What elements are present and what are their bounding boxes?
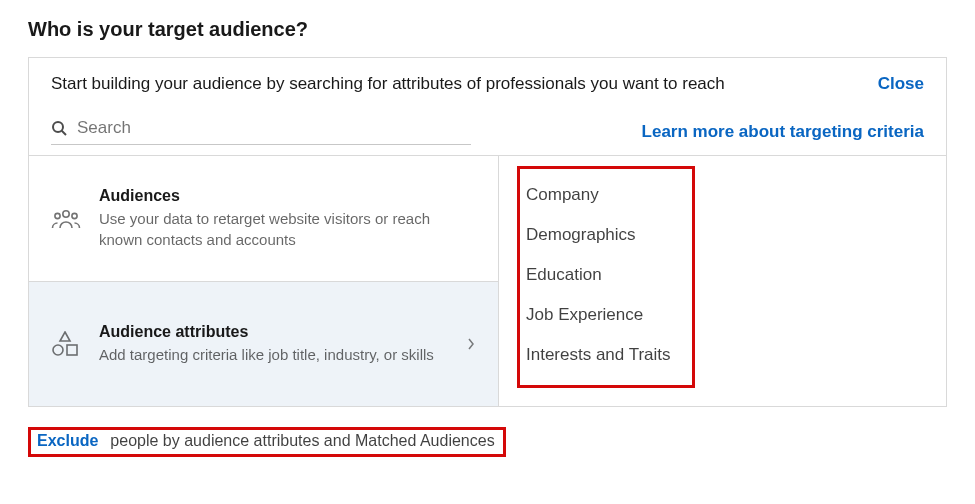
search-icon xyxy=(51,120,67,136)
exclude-highlight-box: Exclude people by audience attributes an… xyxy=(28,427,506,457)
option-attributes-title: Audience attributes xyxy=(99,323,448,341)
chevron-right-icon xyxy=(466,337,476,351)
option-audiences-desc: Use your data to retarget website visito… xyxy=(99,209,476,250)
search-input[interactable] xyxy=(77,118,471,138)
attr-job-experience[interactable]: Job Experience xyxy=(526,295,682,335)
option-attributes[interactable]: Audience attributes Add targeting criter… xyxy=(29,281,499,406)
attr-company[interactable]: Company xyxy=(526,175,682,215)
panel-intro-text: Start building your audience by searchin… xyxy=(51,74,725,94)
panel-body: Audiences Use your data to retarget webs… xyxy=(29,155,946,406)
option-audiences[interactable]: Audiences Use your data to retarget webs… xyxy=(29,156,499,281)
search-row: Learn more about targeting criteria xyxy=(29,110,946,155)
exclude-link[interactable]: Exclude xyxy=(37,432,98,450)
option-attributes-content: Audience attributes Add targeting criter… xyxy=(99,323,448,365)
search-field-wrap xyxy=(51,118,471,145)
targeting-panel: Start building your audience by searchin… xyxy=(28,57,947,407)
people-icon xyxy=(51,208,81,230)
shapes-icon xyxy=(51,331,81,357)
attr-interests-traits[interactable]: Interests and Traits xyxy=(526,335,682,375)
svg-point-5 xyxy=(53,345,63,355)
learn-more-link[interactable]: Learn more about targeting criteria xyxy=(642,122,924,142)
close-button[interactable]: Close xyxy=(878,74,924,94)
svg-point-2 xyxy=(63,210,69,216)
svg-point-0 xyxy=(53,122,63,132)
attr-demographics[interactable]: Demographics xyxy=(526,215,682,255)
attr-education[interactable]: Education xyxy=(526,255,682,295)
panel-header: Start building your audience by searchin… xyxy=(29,58,946,110)
svg-line-1 xyxy=(62,131,66,135)
page-title: Who is your target audience? xyxy=(28,18,947,41)
option-audiences-title: Audiences xyxy=(99,187,476,205)
attributes-column: Company Demographics Education Job Exper… xyxy=(499,156,946,406)
options-column: Audiences Use your data to retarget webs… xyxy=(29,156,499,406)
svg-point-3 xyxy=(55,213,60,218)
option-audiences-content: Audiences Use your data to retarget webs… xyxy=(99,187,476,250)
attributes-highlight-box: Company Demographics Education Job Exper… xyxy=(517,166,695,388)
svg-rect-6 xyxy=(67,345,77,355)
svg-point-4 xyxy=(72,213,77,218)
exclude-description: people by audience attributes and Matche… xyxy=(110,432,494,450)
option-attributes-desc: Add targeting criteria like job title, i… xyxy=(99,345,448,365)
